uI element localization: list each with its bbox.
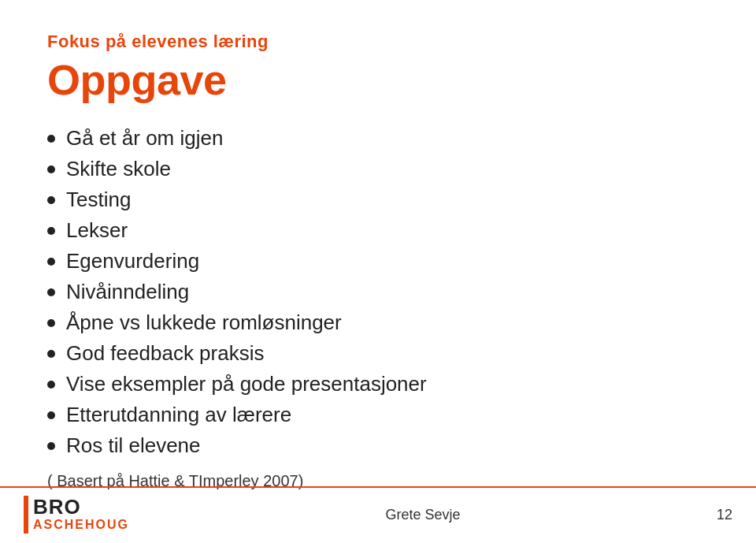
bullet-dot (47, 381, 55, 389)
list-item-text: Testing (66, 188, 131, 212)
list-item: Egenvurdering (47, 249, 709, 273)
list-item: Nivåinndeling (47, 280, 709, 304)
slide-title: Oppgave (47, 55, 709, 104)
list-item-text: Ros til elevene (66, 433, 201, 458)
slide-subtitle: Fokus på elevenes læring (47, 32, 709, 52)
slide: Fokus på elevenes læring Oppgave Gå et å… (0, 0, 756, 543)
logo: BRO ASCHEHOUG (24, 496, 129, 534)
bullet-dot (47, 411, 55, 419)
list-item: Åpne vs lukkede romløsninger (47, 311, 709, 335)
bullet-dot (47, 135, 55, 143)
bullet-dot (47, 258, 55, 266)
list-item-text: Skifte skole (66, 157, 171, 181)
bullet-dot (47, 350, 55, 358)
footer-presenter: Grete Sevje (385, 507, 460, 523)
bullet-dot (47, 442, 55, 450)
list-item: Etterutdanning av lærere (47, 403, 709, 427)
list-item-text: Nivåinndeling (66, 280, 189, 304)
list-item-text: God feedback praksis (66, 341, 264, 366)
bullet-dot (47, 319, 55, 327)
logo-bro: BRO (33, 497, 129, 517)
list-item-text: Gå et år om igjen (66, 126, 223, 151)
bullet-list: Gå et år om igjenSkifte skoleTestingLeks… (47, 126, 709, 458)
footer-page-number: 12 (717, 507, 732, 523)
list-item: Lekser (47, 218, 709, 243)
list-item: Ros til elevene (47, 433, 709, 458)
list-item: God feedback praksis (47, 341, 709, 366)
logo-aschehoug: ASCHEHOUG (33, 517, 129, 532)
list-item-text: Etterutdanning av lærere (66, 403, 291, 427)
logo-bar (24, 496, 28, 534)
list-item: Testing (47, 188, 709, 212)
list-item-text: Lekser (66, 218, 128, 243)
bullet-dot (47, 166, 55, 173)
list-item-text: Åpne vs lukkede romløsninger (66, 311, 342, 335)
list-item-text: Egenvurdering (66, 249, 199, 273)
list-item: Skifte skole (47, 157, 709, 181)
list-item: Vise eksempler på gode presentasjoner (47, 372, 709, 396)
bullet-dot (47, 196, 55, 204)
list-item: Gå et år om igjen (47, 126, 709, 151)
bullet-dot (47, 227, 55, 235)
bullet-dot (47, 288, 55, 296)
footer: BRO ASCHEHOUG Grete Sevje 12 (0, 486, 756, 543)
logo-text: BRO ASCHEHOUG (33, 497, 129, 532)
list-item-text: Vise eksempler på gode presentasjoner (66, 372, 427, 396)
